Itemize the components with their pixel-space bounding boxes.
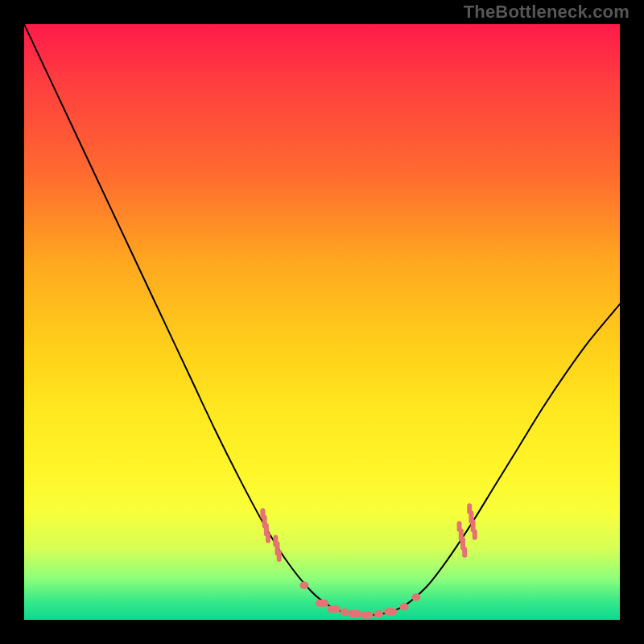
- svg-point-10: [341, 609, 349, 616]
- highlight-markers: [260, 503, 477, 618]
- svg-rect-24: [473, 529, 477, 540]
- chart-frame: TheBottleneck.com: [0, 0, 644, 644]
- svg-rect-3: [266, 532, 270, 543]
- svg-rect-14: [384, 608, 397, 615]
- svg-point-13: [374, 610, 383, 617]
- svg-rect-6: [277, 550, 282, 562]
- svg-rect-12: [361, 612, 374, 619]
- curve-overlay: [24, 24, 620, 620]
- svg-rect-8: [316, 600, 328, 607]
- bottleneck-curve: [24, 24, 620, 615]
- svg-point-16: [411, 593, 420, 601]
- svg-point-7: [299, 581, 308, 588]
- svg-point-15: [400, 603, 409, 610]
- svg-rect-20: [462, 547, 467, 558]
- plot-panel: [24, 24, 620, 620]
- svg-rect-11: [349, 610, 361, 617]
- svg-rect-9: [328, 605, 341, 613]
- watermark-text: TheBottleneck.com: [464, 2, 630, 23]
